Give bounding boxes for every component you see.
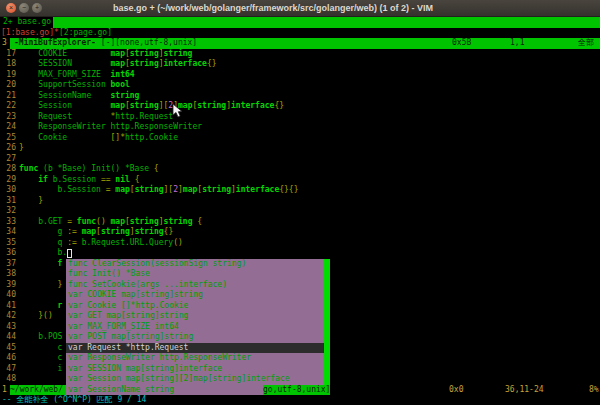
line-number: 18: [0, 59, 16, 70]
line-number: 28: [0, 164, 16, 175]
line-number: 34: [0, 227, 16, 238]
code-text: func (b *Base) Init() *Base {: [19, 164, 159, 175]
line-number: 44: [0, 332, 16, 343]
completion-item[interactable]: func ClearSession(sessionSign string): [66, 259, 330, 270]
code-text: SupportSession bool: [19, 80, 130, 91]
line-number: 25: [0, 133, 16, 144]
code-text: i: [19, 364, 62, 375]
close-icon[interactable]: ×: [6, 3, 16, 13]
completion-item[interactable]: func SetCookie(args ...interface): [66, 280, 330, 291]
vim-terminal-window: × − + base.go + (~/work/web/golanger/fra…: [0, 0, 600, 405]
line-number: 37: [0, 259, 16, 270]
completion-item[interactable]: var POST map[string]string: [66, 332, 330, 343]
code-text: MAX_FORM_SIZE int64: [19, 70, 135, 81]
completion-item[interactable]: var SessionName string: [66, 385, 263, 396]
code-line: 17 COOKIE map[string]string: [0, 49, 600, 60]
completion-item[interactable]: var ResponseWriter http.ResponseWriter: [66, 353, 330, 364]
code-line: 27: [0, 154, 600, 165]
code-text: c: [19, 343, 62, 354]
line-number: 41: [0, 301, 16, 312]
minibuf-statusline: 3 -MiniBufExplorer- [-][none,utf-8,unix]…: [0, 38, 600, 49]
code-text: Request *http.Request: [19, 112, 173, 123]
line-number: 46: [0, 353, 16, 364]
code-line: 35 q := b.Request.URL.Query(): [0, 238, 600, 249]
code-line: 24 ResponseWriter http.ResponseWriter: [0, 122, 600, 133]
code-line: 26}: [0, 143, 600, 154]
code-line: 30 b.Session = map[string][2]map[string]…: [0, 185, 600, 196]
line-number: 29: [0, 175, 16, 186]
window-titlebar: × − + base.go + (~/work/web/golanger/fra…: [0, 0, 600, 17]
code-line: 23 Request *http.Request: [0, 112, 600, 123]
completion-item[interactable]: var COOKIE map[string]string: [66, 290, 330, 301]
completion-item[interactable]: var MAX_FORM_SIZE int64: [66, 322, 330, 333]
statusline-hex: 0x0: [449, 385, 463, 396]
text-cursor: [67, 249, 72, 258]
code-text: g := map[string]string{}: [19, 227, 173, 238]
statusline-flags: [-][none,utf-8,unix]: [96, 38, 197, 49]
statusline-bar: -MiniBufExplorer- [-][none,utf-8,unix] 0…: [10, 38, 600, 49]
code-text: q := b.Request.URL.Query(): [19, 238, 183, 249]
code-text: SESSION map[string]interface{}: [19, 59, 217, 70]
statusline-position: 1,1: [510, 38, 524, 49]
statusline-fileinfo: go,utf-8,unix]: [263, 385, 330, 396]
completion-item[interactable]: var Session map[string][2]map[string]int…: [66, 374, 330, 385]
line-number: 30: [0, 185, 16, 196]
line-number: 35: [0, 238, 16, 249]
code-line: 22 Session map[string][2]map[string]inte…: [0, 101, 600, 112]
maximize-icon[interactable]: +: [32, 3, 42, 13]
code-line: 34 g := map[string]string{}: [0, 227, 600, 238]
line-number: 43: [0, 322, 16, 333]
code-line: 28func (b *Base) Init() *Base {: [0, 164, 600, 175]
code-text: Session map[string][2]map[string]interfa…: [19, 101, 284, 112]
code-text: b.POS: [19, 332, 62, 343]
popup-scrollbar-thumb[interactable]: [324, 259, 330, 385]
code-line: 18 SESSION map[string]interface{}: [0, 59, 600, 70]
code-text: if b.Session == nil {: [19, 175, 139, 186]
line-number: 40: [0, 290, 16, 301]
code-line: 29 if b.Session == nil {: [0, 175, 600, 186]
code-line: 33 b.GET = func() map[string]string {: [0, 217, 600, 228]
code-line: 21 SessionName string: [0, 91, 600, 102]
line-number: 33: [0, 217, 16, 228]
buffer-tab-base-go[interactable]: [1:base.go]*: [1, 28, 59, 39]
code-text: r: [19, 301, 62, 312]
line-number: 19: [0, 70, 16, 81]
code-text: f: [19, 259, 62, 270]
statusline-position: 36,11-24: [505, 385, 544, 396]
line-number: 17: [0, 49, 16, 60]
buffer-number: 1: [2, 385, 7, 396]
tabline-fill: [53, 17, 600, 28]
line-number: 38: [0, 269, 16, 280]
line-number: 23: [0, 112, 16, 123]
statusline-path: ~/work/web/: [10, 385, 63, 396]
statusline-name: -MiniBufExplorer-: [14, 38, 96, 49]
completion-item[interactable]: var Request *http.Request: [66, 343, 330, 354]
completion-item[interactable]: var Cookie []*http.Cookie: [66, 301, 330, 312]
code-text: b.Session = map[string][2]map[string]int…: [19, 185, 298, 196]
code-text: }: [19, 196, 43, 207]
code-line: 32: [0, 206, 600, 217]
code-text: Cookie []*http.Cookie: [19, 133, 178, 144]
statusline-scroll: 8%: [589, 385, 599, 396]
line-number: 48: [0, 374, 16, 385]
minimize-icon[interactable]: −: [19, 3, 29, 13]
completion-item[interactable]: var GET map[string]string: [66, 311, 330, 322]
line-number: 24: [0, 122, 16, 133]
code-line: 31 }: [0, 196, 600, 207]
code-text: COOKIE map[string]string: [19, 49, 192, 60]
code-text: }(): [19, 311, 53, 322]
line-number: 39: [0, 280, 16, 291]
completion-item[interactable]: var SESSION map[string]interface: [66, 364, 330, 375]
tab-label[interactable]: 2+ base.go: [3, 17, 51, 28]
line-number: 36: [0, 248, 16, 259]
line-number: 45: [0, 343, 16, 354]
completion-item[interactable]: func Init() *Base: [66, 269, 330, 280]
code-text: c: [19, 353, 62, 364]
line-number: 47: [0, 364, 16, 375]
command-line: -- 全能补全 (^O^N^P) 匹配 9 / 14: [0, 395, 600, 405]
buffer-tab-page-go[interactable]: [2:page.go]: [59, 28, 112, 39]
code-text: b.: [19, 248, 67, 259]
tabline: 2+ base.go: [0, 17, 600, 28]
line-number: 42: [0, 311, 16, 322]
mouse-cursor: [172, 103, 184, 119]
